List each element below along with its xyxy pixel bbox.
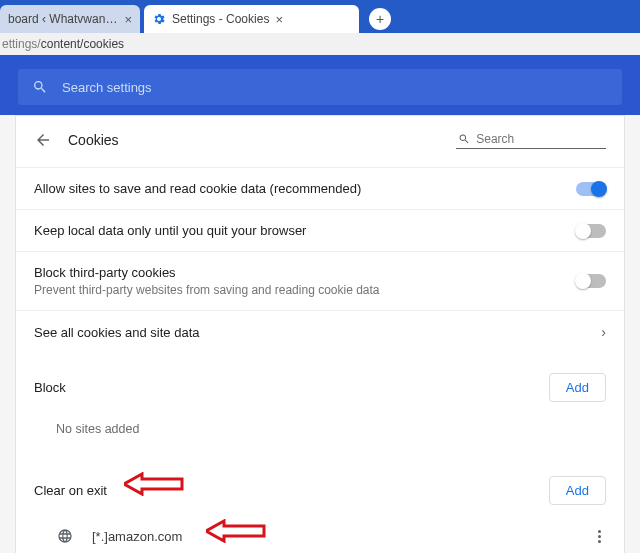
tab-strip: board ‹ Whatvwant — Wor × Settings - Coo… [0,0,640,33]
tab-title: board ‹ Whatvwant — Wor [8,12,118,26]
search-icon [458,132,470,146]
search-icon [32,79,48,95]
row-keep-local: Keep local data only until you quit your… [16,209,624,251]
svg-marker-0 [124,474,182,494]
section-label: Clear on exit [34,483,107,498]
toggle-allow-cookies[interactable] [576,182,606,196]
settings-search-placeholder: Search settings [62,80,152,95]
url-gray: ettings/ [2,37,41,51]
omnibox[interactable]: ettings/content/cookies [0,33,640,55]
new-tab-button[interactable]: + [369,8,391,30]
row-label: Keep local data only until you quit your… [34,223,306,238]
close-icon[interactable]: × [275,13,283,26]
clear-on-exit-site-row[interactable]: [*.]amazon.com [16,517,624,553]
row-label: Block third-party cookies [34,265,380,280]
block-empty-text: No sites added [16,414,624,456]
gear-icon [152,12,166,26]
plus-icon: + [376,11,384,27]
toggle-keep-local[interactable] [576,224,606,238]
row-allow-cookies: Allow sites to save and read cookie data… [16,167,624,209]
section-clear-on-exit: Clear on exit Add [16,456,624,517]
in-page-search-input[interactable] [476,132,602,146]
page-title: Cookies [68,132,119,148]
back-arrow-icon[interactable] [34,131,52,149]
settings-banner: Search settings [0,55,640,119]
url-path: content/cookies [41,37,124,51]
row-see-all-cookies[interactable]: See all cookies and site data › [16,310,624,353]
settings-card: Cookies Allow sites to save and read coo… [15,115,625,553]
row-block-third-party: Block third-party cookies Prevent third-… [16,251,624,310]
tab-settings[interactable]: Settings - Cookies × [144,5,359,33]
in-page-search[interactable] [456,130,606,149]
annotation-arrow-icon [124,472,184,496]
page-background: Cookies Allow sites to save and read coo… [0,115,640,553]
annotation-arrow-icon [206,519,266,543]
toggle-block-third-party[interactable] [576,274,606,288]
tab-whatvwant[interactable]: board ‹ Whatvwant — Wor × [0,5,140,33]
add-block-site-button[interactable]: Add [549,373,606,402]
more-actions-icon[interactable] [592,530,606,543]
section-block: Block Add [16,353,624,414]
row-label: See all cookies and site data [34,325,200,340]
tab-title: Settings - Cookies [172,12,269,26]
page-header: Cookies [16,116,624,167]
row-label: Allow sites to save and read cookie data… [34,181,361,196]
site-pattern: [*.]amazon.com [92,529,182,544]
add-clear-on-exit-button[interactable]: Add [549,476,606,505]
settings-search-bar[interactable]: Search settings [18,69,622,105]
row-sublabel: Prevent third-party websites from saving… [34,283,380,297]
section-label: Block [34,380,66,395]
globe-icon [56,527,74,545]
chevron-right-icon: › [601,324,606,340]
svg-marker-1 [206,521,264,541]
close-icon[interactable]: × [124,13,132,26]
